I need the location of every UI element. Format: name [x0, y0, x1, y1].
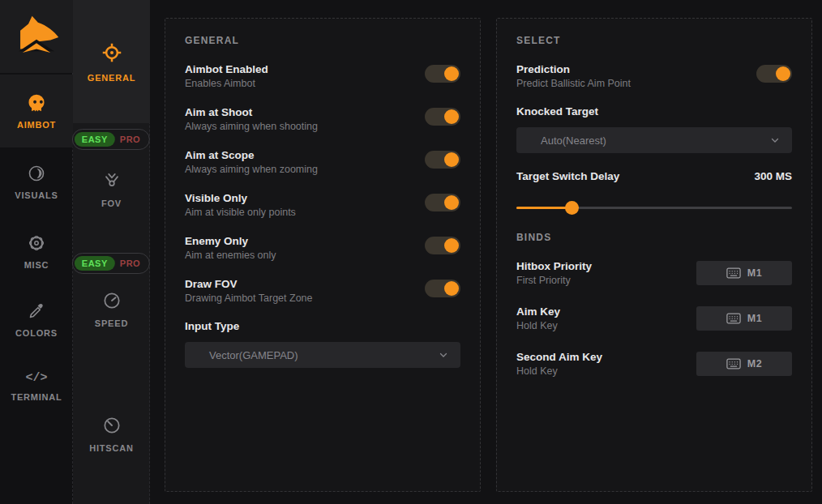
- sidebar-item-label: VISUALS: [15, 190, 58, 200]
- bind-button-hitbox-priority[interactable]: M1: [696, 261, 792, 285]
- bind-button-second-aim-key[interactable]: M2: [696, 352, 792, 376]
- toggle-draw-fov[interactable]: [425, 280, 460, 297]
- toggle-prediction[interactable]: [756, 65, 792, 83]
- bind-label: Hitbox Priority: [516, 259, 592, 273]
- setting-row-aimbot-enabled: Aimbot Enabled Enables Aimbot: [185, 62, 460, 90]
- sub-sidebar: GENERAL EASY PRO FOV EASY PRO SPEED HITS…: [73, 0, 150, 504]
- setting-description: Drawing Aimbot Target Zone: [185, 292, 313, 305]
- gauge-icon: [101, 290, 122, 311]
- sidebar-item-label: COLORS: [15, 328, 58, 338]
- keyboard-icon: [726, 267, 741, 279]
- tab-speed[interactable]: SPEED: [73, 290, 150, 328]
- setting-row-aim-at-scope: Aim at Scope Always aiming when zooming: [185, 148, 460, 176]
- setting-description: Aim at enemies only: [185, 249, 276, 262]
- input-type-value: Vector(GAMEPAD): [209, 349, 438, 361]
- crosshair-icon: [100, 41, 124, 65]
- setting-label: Aimbot Enabled: [185, 62, 268, 76]
- sidebar-item-colors[interactable]: COLORS: [0, 301, 73, 338]
- section-title-binds: BINDS: [516, 232, 792, 243]
- bind-row-hitbox-priority: Hitbox Priority First Priority M1: [516, 259, 792, 287]
- chevron-down-icon: [438, 349, 449, 361]
- slider-knob[interactable]: [565, 201, 579, 215]
- knocked-target-label: Knocked Target: [516, 105, 792, 117]
- toggle-knob: [776, 66, 790, 81]
- pro-mode-badge[interactable]: PRO: [115, 132, 148, 147]
- bind-key: M1: [747, 313, 762, 324]
- easy-pro-switch[interactable]: EASY PRO: [72, 253, 150, 274]
- toggle-knob: [444, 66, 459, 81]
- setting-description: Always aiming when zooming: [185, 163, 318, 176]
- setting-row-enemy-only: Enemy Only Aim at enemies only: [185, 234, 460, 262]
- setting-label: Aim at Shoot: [185, 105, 318, 119]
- setting-row-aim-at-shoot: Aim at Shoot Always aiming when shooting: [185, 105, 460, 133]
- toggle-knob: [444, 195, 459, 210]
- bind-key: M1: [747, 267, 762, 279]
- tab-label: HITSCAN: [89, 443, 134, 453]
- sidebar-item-misc[interactable]: MISC: [0, 233, 73, 270]
- general-panel: GENERAL Aimbot Enabled Enables Aimbot Ai…: [165, 18, 481, 492]
- bind-label: Aim Key: [516, 305, 560, 318]
- sidebar-item-label: TERMINAL: [11, 392, 62, 402]
- setting-description: Enables Aimbot: [185, 77, 268, 90]
- select-panel: SELECT Prediction Predict Ballistic Aim …: [496, 18, 812, 492]
- section-title-select: SELECT: [516, 35, 792, 46]
- tab-label: GENERAL: [88, 73, 135, 83]
- fov-icon: [101, 170, 122, 191]
- setting-row-draw-fov: Draw FOV Drawing Aimbot Target Zone: [185, 277, 460, 305]
- bind-label: Second Aim Key: [516, 350, 602, 364]
- bind-description: First Priority: [516, 274, 592, 287]
- setting-label: Aim at Scope: [185, 148, 318, 162]
- app-logo[interactable]: [0, 0, 73, 73]
- setting-description: Predict Ballistic Aim Point: [516, 77, 631, 90]
- target-switch-delay-row: Target Switch Delay 300 MS: [516, 169, 792, 183]
- keyboard-icon: [726, 313, 741, 324]
- easy-mode-badge[interactable]: EASY: [75, 132, 115, 147]
- main-sidebar: AIMBOT VISUALS MISC COLORS </> TERMINAL: [0, 0, 73, 504]
- setting-row-visible-only: Visible Only Aim at visible only points: [185, 191, 460, 219]
- sidebar-item-visuals[interactable]: VISUALS: [0, 164, 73, 200]
- setting-label: Draw FOV: [185, 277, 313, 291]
- knocked-target-dropdown[interactable]: Auto(Nearest): [516, 127, 792, 153]
- setting-label: Visible Only: [185, 191, 296, 205]
- sidebar-item-terminal[interactable]: </> TERMINAL: [0, 371, 73, 402]
- easy-mode-badge[interactable]: EASY: [75, 256, 115, 271]
- target-switch-delay-label: Target Switch Delay: [516, 169, 619, 183]
- toggle-visible-only[interactable]: [425, 194, 460, 211]
- tab-hitscan[interactable]: HITSCAN: [73, 415, 150, 453]
- bind-row-aim-key: Aim Key Hold Key M1: [516, 305, 792, 332]
- bind-key: M2: [747, 358, 762, 369]
- sidebar-item-aimbot[interactable]: AIMBOT: [0, 75, 73, 147]
- gear-icon: [27, 233, 46, 253]
- easy-pro-switch[interactable]: EASY PRO: [72, 129, 150, 150]
- toggle-knob: [444, 281, 459, 296]
- tab-label: SPEED: [95, 318, 128, 328]
- toggle-aimbot-enabled[interactable]: [425, 65, 460, 83]
- setting-description: Aim at visible only points: [185, 206, 296, 219]
- input-type-label: Input Type: [185, 320, 460, 332]
- code-icon: </>: [25, 371, 47, 385]
- target-switch-delay-slider[interactable]: [516, 201, 792, 214]
- bind-description: Hold Key: [516, 365, 602, 378]
- setting-label: Prediction: [516, 62, 631, 76]
- input-type-dropdown[interactable]: Vector(GAMEPAD): [185, 342, 460, 368]
- keyboard-icon: [726, 358, 741, 369]
- bind-row-second-aim-key: Second Aim Key Hold Key M2: [516, 350, 792, 378]
- toggle-aim-at-scope[interactable]: [425, 151, 460, 169]
- contrast-icon: [27, 164, 46, 183]
- wolf-logo-icon: [13, 13, 60, 60]
- setting-label: Enemy Only: [185, 234, 276, 248]
- knocked-target-value: Auto(Nearest): [541, 135, 769, 147]
- tab-general[interactable]: GENERAL: [73, 0, 150, 123]
- setting-row-prediction: Prediction Predict Ballistic Aim Point: [516, 62, 792, 90]
- content-area: GENERAL Aimbot Enabled Enables Aimbot Ai…: [151, 0, 822, 504]
- toggle-knob: [444, 109, 459, 124]
- toggle-aim-at-shoot[interactable]: [425, 108, 460, 126]
- bind-description: Hold Key: [516, 319, 560, 332]
- sidebar-item-label: MISC: [24, 260, 49, 270]
- section-title-general: GENERAL: [185, 35, 460, 46]
- tab-fov[interactable]: FOV: [73, 170, 150, 208]
- pro-mode-badge[interactable]: PRO: [115, 256, 148, 271]
- bind-button-aim-key[interactable]: M1: [696, 306, 792, 331]
- toggle-enemy-only[interactable]: [425, 237, 460, 254]
- sidebar-item-label: AIMBOT: [17, 120, 56, 130]
